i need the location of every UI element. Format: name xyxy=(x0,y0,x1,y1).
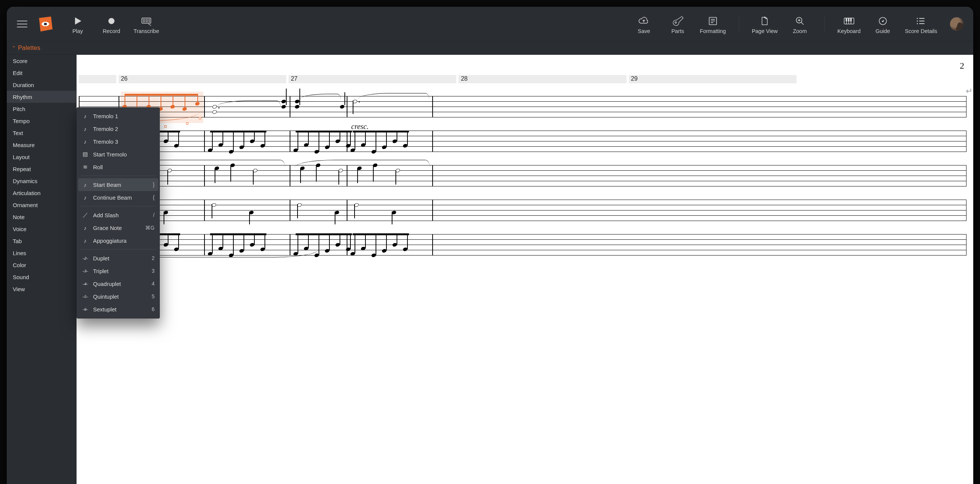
guide-button[interactable]: Guide xyxy=(871,7,894,41)
menu-item-tremolo-1[interactable]: ♪Tremolo 1 xyxy=(76,110,160,122)
score-page[interactable]: 2 26 27 28 29 ↵ xyxy=(76,55,973,484)
staff[interactable] xyxy=(79,165,966,186)
staff[interactable] xyxy=(79,200,966,221)
score-details-label: Score Details xyxy=(905,28,937,34)
menu-item-start-tremolo[interactable]: ▤Start Tremolo xyxy=(76,148,160,161)
sidebar-item-lines[interactable]: Lines xyxy=(7,247,76,259)
score-canvas-wrap: 2 26 27 28 29 ↵ xyxy=(76,55,973,484)
parts-button[interactable]: Parts xyxy=(666,7,689,41)
sidebar-item-rhythm[interactable]: Rhythm xyxy=(7,91,76,103)
ruler-segment[interactable]: 26 xyxy=(119,75,286,83)
sidebar-item-measure[interactable]: Measure xyxy=(7,139,76,151)
svg-point-2 xyxy=(44,22,47,25)
sidebar-item-score[interactable]: Score xyxy=(7,55,76,67)
svg-rect-11 xyxy=(848,18,850,21)
sidebar-item-layout[interactable]: Layout xyxy=(7,151,76,163)
menu-separator xyxy=(80,175,156,176)
menu-item-appoggiatura[interactable]: ♪Appoggiatura xyxy=(76,234,160,247)
sidebar-item-duration[interactable]: Duration xyxy=(7,79,76,91)
menu-item-icon: ♪ xyxy=(82,194,89,201)
sidebar-item-label: Articulation xyxy=(13,190,41,196)
sidebar-item-sound[interactable]: Sound xyxy=(7,271,76,283)
menu-item-grace-note[interactable]: ♪Grace Note⌘G xyxy=(76,221,160,234)
staff[interactable] xyxy=(79,234,966,255)
sidebar-item-voice[interactable]: Voice xyxy=(7,223,76,235)
piano-icon xyxy=(843,14,855,28)
menu-item-continue-beam[interactable]: ♪Continue Beam{ xyxy=(76,191,160,204)
sidebar-item-view[interactable]: View xyxy=(7,283,76,295)
menu-item-icon: ♪ xyxy=(82,139,89,145)
sidebar-item-label: Score xyxy=(13,58,27,64)
page-view-button[interactable]: Page View xyxy=(752,7,778,41)
menu-item-shortcut: } xyxy=(153,182,154,188)
cloud-upload-icon xyxy=(638,14,650,28)
sidebar-item-ornament[interactable]: Ornament xyxy=(7,199,76,211)
staff[interactable]: cresc. xyxy=(79,96,966,117)
sidebar-item-articulation[interactable]: Articulation xyxy=(7,187,76,199)
measure-number: 29 xyxy=(631,75,638,82)
record-icon xyxy=(107,14,116,28)
record-button[interactable]: Record xyxy=(100,7,123,41)
chevron-up-icon: ⌃ xyxy=(12,45,16,51)
menu-item-tremolo-3[interactable]: ♪Tremolo 3 xyxy=(76,135,160,148)
zoom-button[interactable]: Zoom xyxy=(788,7,811,41)
menu-item-quadruplet[interactable]: –4–Quadruplet4 xyxy=(76,277,160,290)
ruler-segment[interactable]: 28 xyxy=(458,75,626,83)
sidebar-item-pitch[interactable]: Pitch xyxy=(7,103,76,115)
sidebar-item-tempo[interactable]: Tempo xyxy=(7,115,76,127)
save-label: Save xyxy=(638,28,650,34)
palettes-label: Palettes xyxy=(18,45,40,51)
sidebar-item-label: Ornament xyxy=(13,202,38,208)
hamburger-icon[interactable] xyxy=(14,15,31,33)
sidebar-item-label: Rhythm xyxy=(13,94,32,100)
menu-item-label: Start Beam xyxy=(93,182,148,188)
formatting-button[interactable]: Formatting xyxy=(700,7,725,41)
app-logo[interactable] xyxy=(37,16,53,32)
user-avatar[interactable] xyxy=(950,17,964,31)
sidebar-item-repeat[interactable]: Repeat xyxy=(7,163,76,175)
svg-rect-12 xyxy=(850,18,852,21)
sidebar-item-tab[interactable]: Tab xyxy=(7,235,76,247)
menu-item-icon: ♪ xyxy=(82,182,89,188)
menu-item-sextuplet[interactable]: –6–Sextuplet6 xyxy=(76,303,160,315)
menu-item-roll[interactable]: ≋Roll xyxy=(76,161,160,174)
system-break-icon: ↵ xyxy=(966,86,972,96)
menu-item-shortcut: 6 xyxy=(151,306,154,312)
menu-item-start-beam[interactable]: ♪Start Beam} xyxy=(78,178,158,191)
measure-number: 27 xyxy=(291,75,298,82)
zoom-label: Zoom xyxy=(793,28,807,34)
save-button[interactable]: Save xyxy=(632,7,655,41)
top-toolbar: Play Record Transcribe xyxy=(7,7,973,41)
menu-item-duplet[interactable]: –2–Duplet2 xyxy=(76,252,160,264)
keyboard-button[interactable]: Keyboard xyxy=(837,7,861,41)
list-icon xyxy=(916,14,926,28)
menu-item-icon: –2– xyxy=(82,256,89,260)
transcribe-button[interactable]: Transcribe xyxy=(134,7,159,41)
sidebar-item-color[interactable]: Color xyxy=(7,259,76,271)
staff[interactable]: [0,106,334,562,714] xyxy=(79,131,966,151)
play-label: Play xyxy=(72,28,83,34)
menu-item-label: Tremolo 1 xyxy=(93,113,150,119)
sidebar-item-text[interactable]: Text xyxy=(7,127,76,139)
menu-item-triplet[interactable]: –3–Triplet3 xyxy=(76,264,160,277)
score-details-button[interactable]: Score Details xyxy=(905,7,937,41)
play-button[interactable]: Play xyxy=(66,7,89,41)
menu-item-tremolo-2[interactable]: ♪Tremolo 2 xyxy=(76,122,160,135)
page-view-label: Page View xyxy=(752,28,778,34)
menu-item-label: Quintuplet xyxy=(93,293,147,300)
sidebar-item-label: Repeat xyxy=(13,166,31,172)
ruler-segment[interactable]: 29 xyxy=(629,75,797,83)
menu-item-add-slash[interactable]: ／Add Slash/ xyxy=(76,209,160,221)
sidebar-item-label: Measure xyxy=(13,142,35,148)
ruler-segment[interactable] xyxy=(79,75,116,83)
sidebar-item-dynamics[interactable]: Dynamics xyxy=(7,175,76,187)
sidebar-item-edit[interactable]: Edit xyxy=(7,67,76,79)
ruler-segment[interactable]: 27 xyxy=(288,75,456,83)
sidebar-item-label: Edit xyxy=(13,70,22,76)
page-view-icon xyxy=(760,14,769,28)
sidebar-item-note[interactable]: Note xyxy=(7,211,76,223)
menu-item-shortcut: 2 xyxy=(151,255,154,261)
score-systems: cresc. [0,106,334,562,714] xyxy=(79,96,966,255)
menu-item-quintuplet[interactable]: –5–Quintuplet5 xyxy=(76,290,160,303)
palettes-header[interactable]: ⌃ Palettes xyxy=(7,41,973,55)
